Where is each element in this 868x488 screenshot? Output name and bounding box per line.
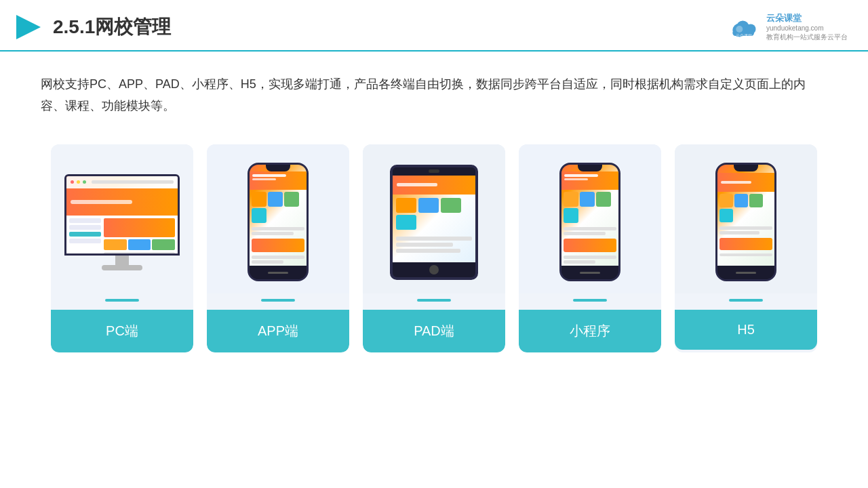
phone-notch [266,165,290,171]
phone-home-indicator [268,272,288,274]
description-text: 网校支持PC、APP、PAD、小程序、H5，实现多端打通，产品各终端自由切换，数… [0,52,868,131]
card-pad-image [363,144,505,293]
card-pc-divider [105,299,139,302]
phone-screen [250,165,307,266]
pad-tablet-illustration [390,165,478,280]
card-app-label: APP端 [207,310,349,352]
card-h5: H5 [675,144,817,352]
cloud-logo-icon: 云朵课堂 [727,14,761,40]
card-pc-image [51,144,193,293]
svg-marker-0 [16,15,41,39]
app-phone-illustration [248,163,309,281]
logo-area: 云朵课堂 云朵课堂 yunduoketang.com 教育机构一站式服务云平台 [727,13,848,42]
card-pc: PC端 [51,144,193,352]
miniprogram-phone-notch [578,165,602,171]
description-paragraph: 网校支持PC、APP、PAD、小程序、H5，实现多端打通，产品各终端自由切换，数… [41,73,827,117]
svg-point-6 [736,26,743,33]
tablet-home-btn [429,265,439,274]
card-miniprogram-divider [573,299,607,302]
svg-text:云朵课堂: 云朵课堂 [736,34,752,38]
miniprogram-phone-screen [561,165,618,266]
card-h5-divider [729,299,763,302]
card-pc-label: PC端 [51,310,193,352]
cards-container: PC端 [0,131,868,373]
card-h5-image [675,144,817,293]
header: 2.5.1网校管理 云朵课堂 云朵课堂 yunduoketang.com 教育机… [0,0,868,52]
tablet-screen [393,176,475,262]
logo-tagline: 教育机构一站式服务云平台 [766,33,848,41]
pc-monitor-illustration [64,174,180,270]
card-miniprogram-image [519,144,661,293]
logo-url: yunduoketang.com [766,24,848,33]
h5-phone-home-indicator [736,272,756,274]
card-app: APP端 [207,144,349,352]
card-h5-label: H5 [675,310,817,350]
header-left: 2.5.1网校管理 [14,12,171,42]
card-pad-label: PAD端 [363,310,505,352]
miniprogram-phone-home-indicator [580,272,600,274]
logo-name: 云朵课堂 [766,13,848,24]
play-icon [14,12,43,42]
card-app-image [207,144,349,293]
card-pad-divider [417,299,451,302]
card-app-divider [261,299,295,302]
miniprogram-phone-illustration [559,163,620,281]
card-pad: PAD端 [363,144,505,352]
card-miniprogram: 小程序 [519,144,661,352]
card-miniprogram-label: 小程序 [519,310,661,352]
h5-phone-illustration [715,163,776,281]
logo-text-area: 云朵课堂 yunduoketang.com 教育机构一站式服务云平台 [766,13,848,42]
page-title: 2.5.1网校管理 [53,14,171,40]
